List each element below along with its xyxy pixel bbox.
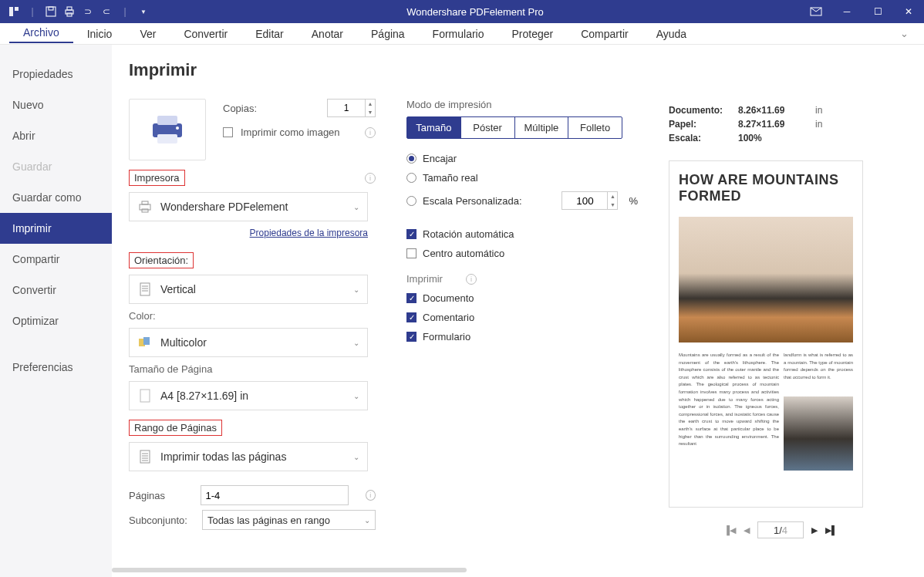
subset-label: Subconjunto: [129, 515, 190, 526]
menu-editar[interactable]: Editar [241, 26, 298, 42]
maximize-button[interactable]: ☐ [862, 0, 893, 23]
info-icon[interactable]: i [466, 274, 477, 285]
printer-properties-link[interactable]: Propiedades de la impresora [129, 228, 368, 238]
tab-multiple[interactable]: Múltiple [515, 117, 569, 138]
page-range-select[interactable]: Imprimir todas las páginas ⌄ [129, 442, 368, 471]
svg-rect-2 [46, 7, 56, 16]
svg-rect-21 [140, 390, 150, 402]
pager-first-icon[interactable]: ▐◀ [723, 525, 736, 535]
copies-input[interactable] [327, 99, 366, 117]
save-icon[interactable] [45, 5, 57, 18]
page-range-section-label: Rango de Páginas [129, 420, 222, 436]
auto-rotate-checkbox[interactable]: ✓ [406, 229, 416, 239]
meta-scale-value: 100% [738, 133, 808, 143]
print-comment-label: Comentario [423, 312, 474, 323]
chevron-down-icon: ⌄ [353, 203, 359, 211]
orientation-select[interactable]: Vertical ⌄ [129, 275, 368, 304]
actual-radio[interactable] [406, 173, 416, 183]
page-preview: HOW ARE MOUNTAINS FORMED Mountains are u… [669, 160, 863, 508]
print-icon[interactable] [63, 5, 76, 18]
auto-center-checkbox[interactable] [406, 248, 416, 258]
page-size-select[interactable]: A4 [8.27×11.69] in ⌄ [129, 381, 368, 410]
print-as-image-checkbox[interactable] [223, 127, 233, 137]
pager-prev-icon[interactable]: ◀ [744, 525, 750, 535]
sidebar-item-optimizar[interactable]: Optimizar [0, 305, 112, 336]
svg-rect-20 [143, 337, 150, 345]
preview-pager: ▐◀ ◀ 1/4 ▶ ▶▌ [669, 521, 892, 538]
menu-archivo[interactable]: Archivo [9, 25, 73, 43]
print-panel: Imprimir Copias: ▲▼ [112, 45, 924, 577]
horizontal-scrollbar[interactable] [112, 568, 467, 572]
color-select[interactable]: Multicolor ⌄ [129, 328, 368, 357]
printer-select[interactable]: Wondershare PDFelement ⌄ [129, 192, 368, 221]
page-lines-icon [137, 449, 153, 464]
page-size-value: A4 [8.27×11.69] in [160, 390, 353, 402]
info-icon[interactable]: i [365, 127, 376, 138]
color-swatch-icon [137, 335, 153, 350]
copies-spinner[interactable]: ▲▼ [366, 99, 376, 117]
sidebar-item-preferencias[interactable]: Preferencias [0, 352, 112, 383]
page-range-value: Imprimir todas las páginas [160, 450, 353, 463]
chevron-down-icon: ⌄ [353, 392, 359, 400]
print-doc-checkbox[interactable]: ✓ [406, 293, 416, 303]
print-as-image-label: Imprimir como imagen [241, 127, 340, 138]
scale-spinner[interactable]: ▲▼ [608, 191, 618, 210]
sidebar-item-nuevo[interactable]: Nuevo [0, 89, 112, 120]
menu-proteger[interactable]: Proteger [498, 26, 568, 42]
orientation-value: Vertical [160, 283, 353, 295]
subset-select[interactable]: Todas las páginas en rango ⌄ [202, 510, 376, 530]
menu-anotar[interactable]: Anotar [298, 26, 357, 42]
preview-secondary-image [784, 396, 853, 471]
pager-page-input[interactable]: 1/4 [757, 521, 804, 538]
sidebar-item-compartir[interactable]: Compartir [0, 244, 112, 275]
sidebar-item-abrir[interactable]: Abrir [0, 120, 112, 151]
print-form-checkbox[interactable]: ✓ [406, 332, 416, 342]
percent-label: % [629, 195, 638, 207]
divider-icon: | [26, 5, 39, 18]
mail-icon[interactable] [801, 0, 831, 23]
sidebar-item-convertir[interactable]: Convertir [0, 275, 112, 305]
meta-doc-label: Documento: [669, 105, 730, 116]
custom-scale-radio[interactable] [406, 196, 416, 206]
print-what-label: Imprimir [406, 273, 443, 285]
menu-inicio[interactable]: Inicio [73, 26, 126, 42]
dropdown-caret-icon[interactable]: ▼ [137, 5, 150, 18]
print-comment-checkbox[interactable]: ✓ [406, 312, 416, 322]
printer-illustration-icon [129, 99, 206, 160]
tab-poster[interactable]: Póster [461, 117, 515, 138]
tab-folleto[interactable]: Folleto [568, 117, 622, 138]
info-icon[interactable]: i [366, 490, 376, 501]
scale-input[interactable] [561, 191, 608, 210]
page-size-section-label: Tamaño de Página [129, 363, 376, 375]
sidebar-item-propiedades[interactable]: Propiedades [0, 59, 112, 89]
pager-last-icon[interactable]: ▶▌ [825, 525, 838, 535]
auto-rotate-label: Rotación automática [423, 228, 514, 240]
undo-icon[interactable]: ⊃ [82, 5, 94, 18]
meta-paper-unit: in [815, 119, 822, 130]
pages-label: Páginas [129, 490, 188, 501]
menu-overflow-caret-icon[interactable]: ⌄ [900, 28, 915, 39]
pager-next-icon[interactable]: ▶ [811, 525, 818, 535]
menu-pagina[interactable]: Página [357, 26, 419, 42]
tab-tamano[interactable]: Tamaño [407, 117, 461, 138]
close-button[interactable]: ✕ [893, 0, 924, 23]
chevron-down-icon: ⌄ [353, 453, 359, 461]
menu-compartir[interactable]: Compartir [567, 26, 642, 42]
svg-rect-9 [157, 116, 177, 125]
preview-body-text: Mountains are usually formed as a result… [679, 352, 779, 471]
pages-input[interactable] [201, 485, 349, 505]
fit-radio[interactable] [406, 154, 416, 164]
color-section-label: Color: [129, 310, 376, 322]
svg-rect-3 [49, 7, 53, 10]
printer-small-icon [137, 199, 153, 214]
menu-formulario[interactable]: Formulario [419, 26, 498, 42]
info-icon[interactable]: i [365, 173, 376, 184]
sidebar-item-imprimir[interactable]: Imprimir [0, 213, 112, 244]
menu-convertir[interactable]: Convertir [170, 26, 241, 42]
menu-ver[interactable]: Ver [126, 26, 170, 42]
redo-icon[interactable]: ⊂ [100, 5, 113, 18]
sidebar-item-guardar-como[interactable]: Guardar como [0, 182, 112, 213]
minimize-button[interactable]: ─ [831, 0, 862, 23]
menu-ayuda[interactable]: Ayuda [642, 26, 700, 42]
meta-doc-unit: in [815, 105, 822, 116]
